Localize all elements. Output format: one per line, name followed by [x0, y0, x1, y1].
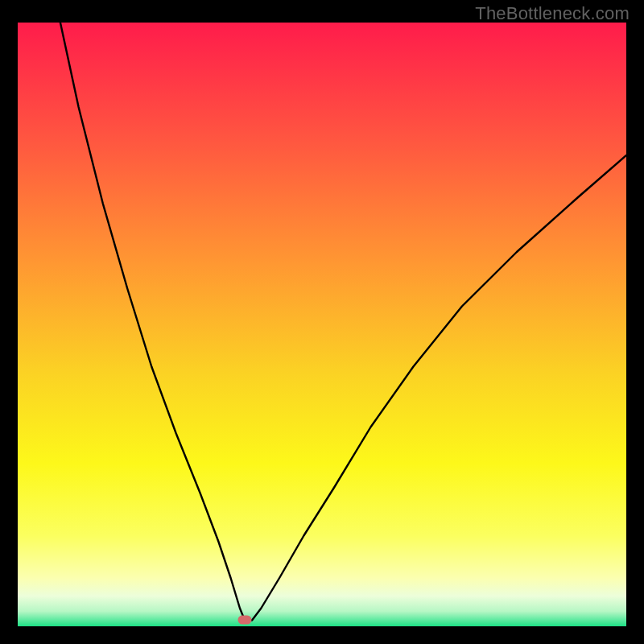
chart-plot-area	[18, 23, 626, 626]
watermark-text: TheBottleneck.com	[475, 3, 630, 24]
chart-marker-optimal-point	[237, 615, 251, 624]
chart-curve	[18, 23, 626, 626]
